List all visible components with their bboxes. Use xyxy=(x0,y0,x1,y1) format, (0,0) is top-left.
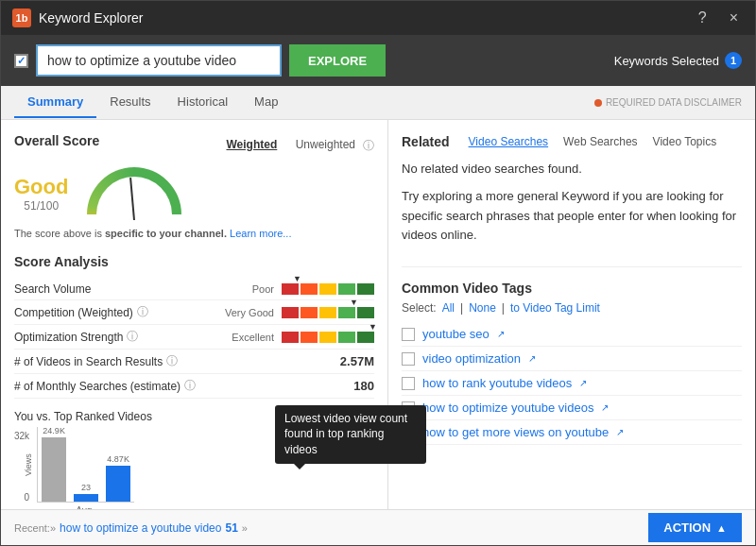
monthly-value: 180 xyxy=(327,379,374,393)
titlebar-actions: ? × xyxy=(693,8,744,28)
keywords-selected: Keywords Selected 1 xyxy=(614,52,742,69)
weighted-tab[interactable]: Weighted xyxy=(227,138,278,154)
bar-yellow xyxy=(319,283,336,295)
analysis-label-optimization: Optimization Strength ⓘ xyxy=(14,329,222,345)
videos-value: 2.57M xyxy=(327,354,374,368)
bar-yellow-3 xyxy=(319,332,336,343)
tag-item-5: how to get more views on youtube ↗ xyxy=(402,420,742,445)
related-tab-web-searches[interactable]: Web Searches xyxy=(556,133,645,150)
bar-dark-green xyxy=(357,283,374,295)
tabs-bar: Summary Results Historical Map REQUIRED … xyxy=(1,86,755,120)
app-title: Keyword Explorer xyxy=(39,10,144,26)
tag-ext-icon-2: ↗ xyxy=(528,353,536,364)
disclaimer-text: REQUIRED DATA DISCLAIMER xyxy=(606,97,742,108)
score-info-icon[interactable]: ⓘ xyxy=(363,138,374,154)
unweighted-tab[interactable]: Unweighted xyxy=(296,138,355,154)
tab-results[interactable]: Results xyxy=(96,87,163,118)
bar-orange-3 xyxy=(301,332,318,343)
app-logo: 1b xyxy=(12,9,31,27)
optimization-info-icon[interactable]: ⓘ xyxy=(127,329,138,345)
videos-info-icon[interactable]: ⓘ xyxy=(166,353,178,369)
tag-item-4: how to optimize youtube videos ↗ xyxy=(402,396,742,420)
bar-yellow-2 xyxy=(319,307,336,318)
action-button[interactable]: ACTION ▲ xyxy=(648,513,742,542)
explore-button[interactable]: EXPLORE xyxy=(289,44,386,77)
bar-group-1: 24.9K xyxy=(42,426,66,502)
tag-name-3[interactable]: how to rank youtube videos xyxy=(422,376,572,390)
recent-link[interactable]: how to optimize a youtube video xyxy=(60,521,221,535)
tag-item-2: video optimization ↗ xyxy=(402,347,742,371)
titlebar: 1b Keyword Explorer ? × xyxy=(1,1,755,35)
analysis-row-monthly: # of Monthly Searches (estimate) ⓘ 180 xyxy=(14,374,374,399)
to-limit-link[interactable]: to Video Tag Limit xyxy=(510,301,600,315)
learn-more-link[interactable]: Learn more... xyxy=(230,228,291,239)
bar1 xyxy=(42,437,66,502)
tag-ext-icon-4: ↗ xyxy=(601,402,609,413)
analysis-bars-competition: Very Good xyxy=(222,307,374,318)
score-value: Good 51/100 xyxy=(14,175,68,213)
videos-label: # of Videos in Search Results xyxy=(14,355,163,368)
related-section: Related Video Searches Web Searches Vide… xyxy=(402,133,742,267)
gauge-arc xyxy=(87,167,181,214)
bar-red-2 xyxy=(282,307,299,318)
avg-label: Avg. xyxy=(73,505,97,509)
action-label: ACTION xyxy=(663,520,711,535)
competition-label: Competition (Weighted) xyxy=(14,306,133,319)
related-content: No related video searches found. Try exp… xyxy=(402,160,742,246)
search-checkbox[interactable]: ✓ xyxy=(14,54,28,68)
chart-bars: 24.9K 23 4.87K xyxy=(37,427,134,503)
recent-label: Recent:» xyxy=(14,522,56,534)
tag-name-4[interactable]: how to optimize youtube videos xyxy=(422,401,593,415)
bar-red xyxy=(282,283,299,295)
footer: Recent:» how to optimize a youtube video… xyxy=(1,509,755,545)
analysis-row-competition: Competition (Weighted) ⓘ Very Good xyxy=(14,300,374,325)
none-link[interactable]: None xyxy=(469,301,496,315)
tags-title: Common Video Tags xyxy=(402,281,532,296)
analysis-label-search-volume: Search Volume xyxy=(14,282,222,296)
monthly-info-icon[interactable]: ⓘ xyxy=(184,378,196,394)
bar-dark-green-3 xyxy=(357,332,374,343)
y-label: Views xyxy=(24,427,33,503)
score-analysis-section: Score Analysis Search Volume Poor xyxy=(14,254,374,399)
tab-historical[interactable]: Historical xyxy=(164,87,241,118)
score-header: Overall Score Weighted Unweighted ⓘ xyxy=(14,133,374,158)
tags-select-row: Select: All | None | to Video Tag Limit xyxy=(402,301,742,315)
tag-checkbox-2[interactable] xyxy=(402,352,415,366)
search-input[interactable] xyxy=(36,44,282,77)
score-note: The score above is specific to your chan… xyxy=(14,228,374,239)
all-link[interactable]: All xyxy=(442,301,455,315)
bar-group-2: 23 xyxy=(74,483,98,502)
tab-summary[interactable]: Summary xyxy=(14,87,96,118)
analysis-row-videos: # of Videos in Search Results ⓘ 2.57M xyxy=(14,350,374,374)
score-note-text: The score above is xyxy=(14,228,102,239)
rating-poor: Poor xyxy=(222,283,274,295)
right-panel: Related Video Searches Web Searches Vide… xyxy=(388,120,755,509)
score-body: Good 51/100 xyxy=(14,167,374,220)
analysis-row-search-volume: Search Volume Poor xyxy=(14,279,374,300)
weight-tabs: Weighted Unweighted ⓘ xyxy=(227,138,375,154)
tag-checkbox-3[interactable] xyxy=(402,377,415,390)
tooltip: Lowest video view count found in top ran… xyxy=(275,405,426,464)
competition-info-icon[interactable]: ⓘ xyxy=(137,304,148,320)
bar-green-2 xyxy=(338,307,355,318)
tag-name-5[interactable]: how to get more views on youtube xyxy=(422,425,609,439)
tag-name-2[interactable]: video optimization xyxy=(422,351,521,366)
monthly-label: # of Monthly Searches (estimate) xyxy=(14,380,180,393)
tooltip-text: Lowest video view count found in top ran… xyxy=(284,412,407,457)
tag-checkbox-1[interactable] xyxy=(402,328,415,341)
tag-name-1[interactable]: youtube seo xyxy=(422,327,490,341)
tab-map[interactable]: Map xyxy=(241,87,291,118)
searchbar: ✓ EXPLORE Keywords Selected 1 xyxy=(1,35,755,86)
related-tabs: Video Searches Web Searches Video Topics xyxy=(461,133,725,150)
keywords-selected-label: Keywords Selected xyxy=(614,54,719,68)
related-tab-video-searches[interactable]: Video Searches xyxy=(461,133,557,150)
related-tab-video-topics[interactable]: Video Topics xyxy=(645,133,725,150)
rating-excellent: Excellent xyxy=(222,332,274,343)
close-button[interactable]: × xyxy=(724,8,744,28)
overall-score-title: Overall Score xyxy=(14,133,99,148)
no-results-text: No related video searches found. xyxy=(402,160,742,179)
gauge-inner xyxy=(96,177,172,214)
rating-very-good: Very Good xyxy=(222,307,274,318)
bar-group-3: 4.87K xyxy=(106,454,130,502)
help-button[interactable]: ? xyxy=(693,8,713,28)
